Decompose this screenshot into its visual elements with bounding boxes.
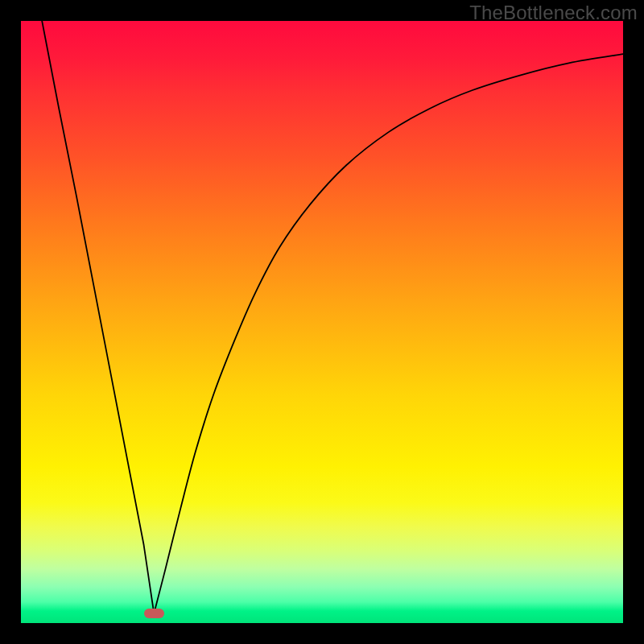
- chart-frame: TheBottleneck.com: [0, 0, 644, 644]
- optimal-marker: [144, 609, 164, 619]
- watermark-text: TheBottleneck.com: [469, 2, 638, 24]
- bottleneck-curve: [21, 21, 623, 623]
- plot-area: [21, 21, 623, 623]
